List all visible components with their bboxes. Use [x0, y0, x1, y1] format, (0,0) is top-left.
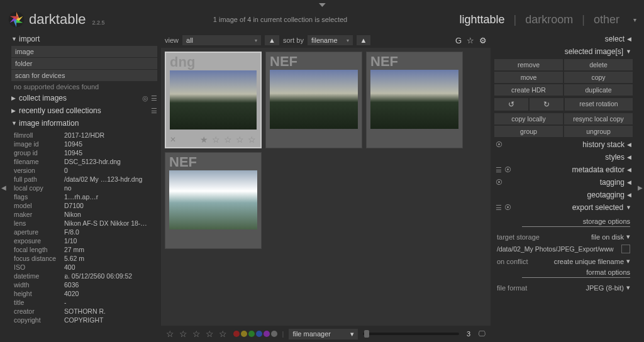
conflict-label: on conflict [497, 258, 528, 265]
thumb-preview [170, 70, 257, 130]
remove-button[interactable]: remove [494, 59, 563, 70]
caret-down-icon: ▼ [11, 36, 19, 42]
reset-icon[interactable]: ⦿ [496, 179, 502, 186]
left-collapse-handle[interactable]: ◀ [0, 33, 8, 342]
color-dot[interactable] [256, 331, 262, 337]
color-dot[interactable] [248, 331, 255, 337]
color-dot[interactable] [264, 331, 270, 337]
zoom-slider[interactable] [363, 333, 458, 335]
sort-label: sort by [283, 36, 304, 44]
action-grid: remove delete move copy create HDR dupli… [492, 58, 635, 97]
history-header[interactable]: ⦿history stack◀ [492, 138, 635, 151]
group-button[interactable]: group [494, 126, 563, 137]
resync-button[interactable]: resync local copy [564, 113, 633, 124]
screen-icon[interactable]: 🖵 [478, 329, 486, 338]
info-row: apertureF/8.0 [14, 228, 155, 236]
thumb-format-label: NEF [370, 53, 398, 70]
info-header[interactable]: ▼ image information [9, 117, 160, 130]
top-expand-handle[interactable]: ▾ [319, 0, 326, 9]
import-image-button[interactable]: image [11, 46, 157, 57]
reset-icon[interactable]: ⦿ [496, 141, 502, 148]
app-logo: darktable 2.2.5 [8, 11, 105, 28]
group-icon[interactable]: G [455, 36, 462, 45]
color-dot[interactable] [233, 331, 240, 337]
metadata-header[interactable]: ☰⦿metadata editor◀ [492, 163, 635, 176]
target-storage-select[interactable]: file on disk ▾ [591, 233, 630, 241]
import-folder-button[interactable]: folder [11, 58, 157, 69]
thumbnail[interactable]: dng✕★ ☆ ☆ ☆ ☆ [165, 52, 262, 148]
info-row: modelD7100 [14, 201, 155, 210]
import-status: no supported devices found [9, 82, 160, 92]
color-dot[interactable] [271, 331, 277, 337]
collect-header[interactable]: ▶ collect images ◎☰ [9, 92, 160, 104]
select-header[interactable]: select◀ [492, 33, 635, 45]
tagging-header[interactable]: ⦿tagging◀ [492, 176, 635, 189]
file-format-label: file format [497, 284, 527, 292]
gear-icon[interactable]: ⚙ [479, 36, 487, 45]
info-row: group id10945 [14, 148, 155, 157]
export-header[interactable]: ☰⦿export selected▼ [492, 201, 635, 214]
selected-images-header[interactable]: selected image[s]▼ [492, 45, 635, 58]
import-header[interactable]: ▼ import [9, 33, 160, 45]
storage-options-title: storage options [522, 216, 630, 227]
browse-button[interactable] [621, 245, 630, 253]
rotate-ccw-button[interactable]: ↺ [494, 98, 528, 111]
top-toolbar: view all▾ ▲ sort by filename▾ ▲ G ☆ ⚙ [161, 33, 491, 48]
import-scan-button[interactable]: scan for devices [11, 70, 157, 81]
delete-button[interactable]: delete [564, 59, 633, 70]
copy-locally-button[interactable]: copy locally [494, 113, 563, 124]
info-row: image id10945 [14, 140, 155, 148]
geotagging-header[interactable]: geotagging◀ [492, 189, 635, 201]
rotate-cw-button[interactable]: ↻ [530, 98, 564, 111]
export-path-input[interactable]: /data/02_My Photos/JPEG_Export/www [497, 245, 619, 253]
mode-switcher: lighttable | darkroom | other ▾ [456, 12, 637, 28]
file-format-select[interactable]: JPEG (8-bit) ▾ [586, 284, 630, 292]
right-collapse-handle[interactable]: ▶ [636, 33, 644, 342]
star-icon[interactable]: ☆ [467, 36, 474, 45]
view-asc-button[interactable]: ▲ [265, 35, 279, 45]
create-hdr-button[interactable]: create HDR [494, 84, 563, 96]
move-button[interactable]: move [494, 72, 563, 83]
thumb-stars[interactable]: ★ ☆ ☆ ☆ ☆ [200, 135, 257, 145]
menu-icon[interactable]: ☰ [496, 166, 502, 174]
copy-button[interactable]: copy [564, 72, 633, 83]
info-row: ISO400 [14, 263, 155, 272]
menu-icon[interactable]: ☰ [496, 204, 502, 212]
recent-header[interactable]: ▶ recently used collections ☰ [9, 104, 160, 117]
info-row: version0 [14, 166, 155, 175]
reset-icon[interactable]: ⦿ [504, 204, 511, 212]
menu-icon[interactable]: ☰ [151, 107, 157, 115]
reject-icon[interactable]: ✕ [170, 135, 176, 144]
conflict-select[interactable]: create unique filename ▾ [554, 257, 630, 265]
sort-select[interactable]: filename▾ [308, 35, 353, 45]
sort-asc-button[interactable]: ▲ [357, 35, 371, 45]
mode-dropdown-icon[interactable]: ▾ [633, 16, 636, 23]
ungroup-button[interactable]: ungroup [564, 126, 633, 137]
caret-right-icon: ▶ [11, 108, 19, 114]
reset-icon[interactable]: ⦿ [504, 166, 511, 174]
rating-stars[interactable]: ☆ ☆ ☆ ☆ ☆ [166, 329, 228, 339]
mode-other[interactable]: other [590, 12, 623, 28]
info-row: width6036 [14, 280, 155, 289]
thumb-preview [370, 70, 458, 129]
thumbnail[interactable]: NEF [165, 152, 262, 249]
color-labels[interactable] [233, 331, 277, 337]
info-row: height4020 [14, 289, 155, 298]
mode-lighttable[interactable]: lighttable [456, 12, 509, 28]
color-dot[interactable] [241, 331, 247, 337]
layout-select[interactable]: file manager▾ [289, 329, 358, 339]
info-row: title- [14, 298, 155, 307]
styles-header[interactable]: styles◀ [492, 151, 635, 163]
info-row: datetimeอ. 05/12/2560 06:09:52 [14, 272, 155, 280]
duplicate-button[interactable]: duplicate [564, 84, 633, 96]
view-select[interactable]: all▾ [182, 35, 261, 45]
mode-darkroom[interactable]: darkroom [521, 12, 577, 28]
thumbnail[interactable]: NEF [265, 52, 362, 148]
thumbnail[interactable]: NEF [366, 52, 463, 148]
reset-rotation-button[interactable]: reset rotation [565, 98, 633, 111]
bottom-toolbar: ☆ ☆ ☆ ☆ ☆ | file manager▾ 3 🖵 [161, 326, 491, 342]
menu-icon[interactable]: ☰ [151, 94, 157, 102]
info-row: filenameDSC_5123-hdr.dng [14, 157, 155, 166]
app-title: darktable [29, 11, 86, 28]
eye-icon[interactable]: ◎ [142, 94, 148, 102]
